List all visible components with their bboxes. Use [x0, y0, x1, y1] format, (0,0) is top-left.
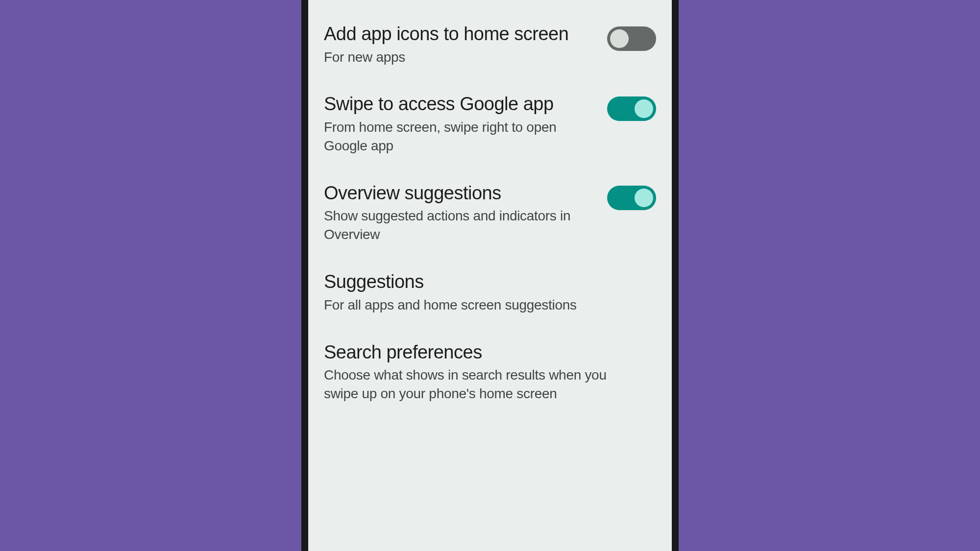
setting-title: Search preferences — [324, 342, 644, 363]
setting-add-app-icons[interactable]: Add app icons to home screen For new app… — [324, 10, 656, 80]
setting-text: Overview suggestions Show suggested acti… — [324, 183, 607, 244]
setting-title: Add app icons to home screen — [324, 24, 595, 45]
setting-title: Overview suggestions — [324, 183, 595, 204]
setting-text: Suggestions For all apps and home screen… — [324, 271, 656, 314]
setting-text: Swipe to access Google app From home scr… — [324, 94, 607, 155]
setting-title: Suggestions — [324, 271, 644, 293]
setting-suggestions[interactable]: Suggestions For all apps and home screen… — [324, 258, 656, 328]
setting-text: Add app icons to home screen For new app… — [324, 24, 607, 66]
toggle-knob — [610, 29, 629, 48]
toggle-knob — [635, 99, 653, 118]
device-frame: Add app icons to home screen For new app… — [301, 0, 679, 551]
setting-text: Search preferences Choose what shows in … — [324, 342, 656, 403]
toggle-swipe-google[interactable] — [607, 96, 656, 121]
settings-screen: Add app icons to home screen For new app… — [308, 0, 672, 551]
toggle-add-app-icons[interactable] — [607, 26, 656, 51]
setting-subtitle: Choose what shows in search results when… — [324, 366, 644, 403]
setting-overview-suggestions[interactable]: Overview suggestions Show suggested acti… — [324, 169, 656, 258]
setting-subtitle: Show suggested actions and indicators in… — [324, 207, 595, 244]
setting-title: Swipe to access Google app — [324, 94, 595, 115]
setting-subtitle: For all apps and home screen suggestions — [324, 296, 644, 314]
toggle-overview-suggestions[interactable] — [607, 186, 656, 210]
setting-swipe-google[interactable]: Swipe to access Google app From home scr… — [324, 80, 656, 168]
setting-search-preferences[interactable]: Search preferences Choose what shows in … — [324, 328, 656, 417]
setting-subtitle: From home screen, swipe right to open Go… — [324, 118, 595, 155]
toggle-knob — [635, 189, 653, 207]
setting-subtitle: For new apps — [324, 48, 595, 67]
